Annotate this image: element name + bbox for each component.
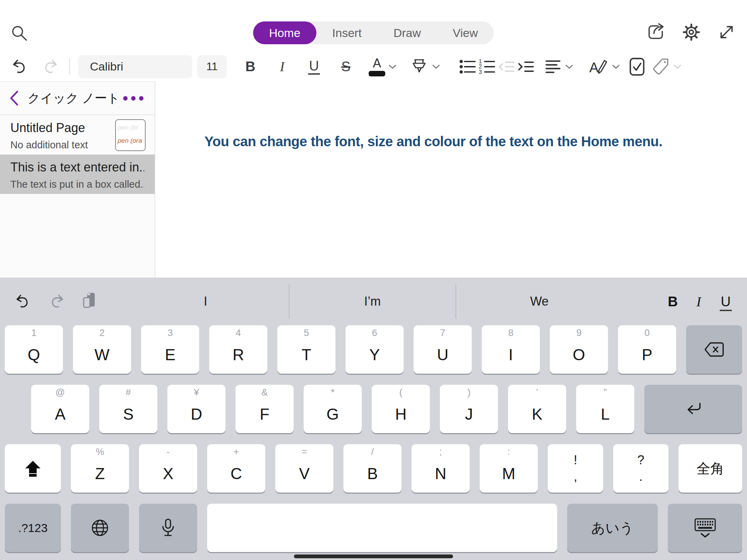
- keyboard-redo-button[interactable]: [48, 293, 65, 310]
- question-period-key[interactable]: ?.: [613, 444, 668, 493]
- key-f[interactable]: &F: [236, 385, 294, 433]
- canvas-text[interactable]: You can change the font, size and colour…: [204, 134, 662, 149]
- tag-button[interactable]: [647, 56, 687, 77]
- font-size-select[interactable]: 11: [197, 55, 227, 78]
- mic-key[interactable]: [139, 504, 197, 552]
- key-hint: ”: [576, 388, 634, 397]
- key-k[interactable]: ’K: [508, 385, 566, 433]
- todo-tag-button[interactable]: [627, 56, 647, 77]
- back-button[interactable]: [9, 90, 24, 106]
- key-label: .?123: [18, 521, 47, 535]
- key-a[interactable]: @A: [31, 385, 89, 433]
- key-n[interactable]: ;N: [412, 444, 470, 493]
- key-t[interactable]: 5T: [277, 325, 335, 374]
- alignment-button[interactable]: [535, 56, 582, 77]
- tab-home[interactable]: Home: [253, 21, 316, 44]
- chevron-down-icon: [611, 64, 620, 70]
- key-hint: ¥: [167, 388, 225, 397]
- font-name-select[interactable]: Calibri: [78, 55, 192, 78]
- thumbnail-text: pen (bl: [118, 121, 143, 134]
- key-i[interactable]: 8I: [482, 325, 540, 374]
- key-g[interactable]: *G: [304, 385, 362, 433]
- key-y[interactable]: 6Y: [345, 325, 404, 374]
- fullscreen-button[interactable]: [716, 21, 737, 43]
- highlight-button[interactable]: [404, 56, 446, 77]
- highlighter-icon: [409, 57, 429, 76]
- keyboard-undo-button[interactable]: [15, 293, 32, 310]
- home-indicator[interactable]: [294, 554, 453, 558]
- key-e[interactable]: 3E: [141, 325, 199, 374]
- key-w[interactable]: 2W: [73, 325, 131, 374]
- globe-key[interactable]: [71, 504, 129, 552]
- key-b[interactable]: /B: [343, 444, 402, 493]
- kana-key[interactable]: あいう: [567, 504, 658, 552]
- tab-view[interactable]: View: [437, 21, 494, 44]
- styles-button[interactable]: A: [582, 56, 627, 77]
- key-z[interactable]: %Z: [71, 444, 129, 493]
- key-label: Y: [369, 347, 380, 363]
- key-s[interactable]: #S: [99, 385, 157, 433]
- page-sidebar: クイック ノート Untitled PageNo additional text…: [0, 81, 155, 278]
- key-o[interactable]: 9O: [550, 325, 608, 374]
- share-icon: [646, 22, 666, 42]
- key-q[interactable]: 1Q: [5, 325, 63, 374]
- fullwidth-key[interactable]: 全角: [679, 444, 742, 493]
- chevron-down-icon: [388, 64, 397, 70]
- font-name-value: Calibri: [90, 60, 123, 73]
- numbered-list-button[interactable]: 1 2 3: [477, 56, 497, 77]
- backspace-key[interactable]: [686, 325, 742, 374]
- key-m[interactable]: :M: [480, 444, 538, 493]
- styles-icon: A: [589, 58, 609, 76]
- redo-icon: [48, 293, 65, 310]
- key-j[interactable]: )J: [440, 385, 498, 433]
- bullet-list-button[interactable]: [458, 56, 477, 77]
- key-hint: 5: [277, 328, 335, 338]
- tab-insert[interactable]: Insert: [316, 21, 378, 44]
- keyboard-italic-button[interactable]: I: [697, 293, 701, 310]
- page-list-item[interactable]: Untitled PageNo additional textpen (blpe…: [0, 115, 155, 155]
- return-key[interactable]: [644, 385, 742, 433]
- prediction-3[interactable]: We: [456, 294, 622, 309]
- key-c[interactable]: +C: [207, 444, 265, 493]
- prediction-1[interactable]: I: [122, 294, 289, 309]
- keyboard-underline-button[interactable]: U: [720, 294, 732, 309]
- key-d[interactable]: ¥D: [167, 385, 225, 433]
- outdent-button[interactable]: [497, 56, 516, 77]
- space-key[interactable]: [207, 504, 557, 552]
- key-u[interactable]: 7U: [414, 325, 472, 374]
- tag-icon: [652, 57, 670, 76]
- shift-icon: [24, 460, 42, 477]
- prediction-2[interactable]: I’m: [289, 294, 456, 309]
- underline-button[interactable]: U: [298, 56, 330, 77]
- redo-button[interactable]: [40, 56, 59, 77]
- page-list-item[interactable]: This is a text entered in...The text is …: [0, 155, 155, 194]
- indent-button[interactable]: [516, 56, 535, 77]
- more-options-button[interactable]: [123, 96, 146, 101]
- key-x[interactable]: -X: [139, 444, 197, 493]
- key-stacked-labels: !,: [574, 454, 577, 483]
- share-button[interactable]: [645, 21, 667, 43]
- key-h[interactable]: (H: [372, 385, 430, 433]
- key-hint: =: [275, 447, 333, 457]
- key-r[interactable]: 4R: [209, 325, 267, 374]
- exclaim-comma-key[interactable]: !,: [548, 444, 603, 493]
- undo-button[interactable]: [10, 56, 30, 77]
- key-v[interactable]: =V: [275, 444, 333, 493]
- key-l[interactable]: ”L: [576, 385, 634, 433]
- bold-button[interactable]: B: [234, 56, 266, 77]
- note-canvas[interactable]: You can change the font, size and colour…: [156, 81, 747, 278]
- font-color-button[interactable]: A: [362, 56, 404, 77]
- search-button[interactable]: [9, 23, 30, 44]
- settings-button[interactable]: [681, 21, 702, 43]
- dismiss-keyboard-key[interactable]: [668, 504, 742, 552]
- tab-draw[interactable]: Draw: [378, 21, 437, 44]
- italic-button[interactable]: I: [266, 56, 298, 77]
- key-hint: 2: [73, 328, 131, 338]
- key-hint: 9: [550, 328, 608, 338]
- shift-key[interactable]: [5, 444, 61, 493]
- key-p[interactable]: 0P: [618, 325, 676, 374]
- keyboard-paste-button[interactable]: [81, 292, 98, 311]
- symbols-key[interactable]: .?123: [5, 504, 61, 552]
- strikethrough-button[interactable]: S: [330, 56, 362, 77]
- keyboard-bold-button[interactable]: B: [668, 294, 678, 309]
